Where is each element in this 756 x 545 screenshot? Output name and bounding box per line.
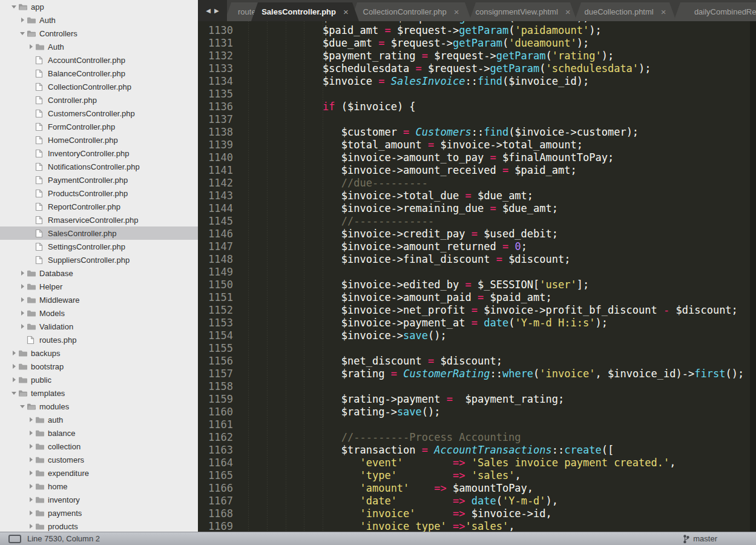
code-line-1158[interactable]: 1158 (198, 380, 756, 393)
code-line-1133[interactable]: 1133 $schedulesdata = $request->getParam… (198, 62, 756, 75)
code-line-1164[interactable]: 1164 'event' => 'Sales invoice payment c… (198, 457, 756, 469)
disclosure-collapsed-icon[interactable] (28, 44, 35, 50)
code-line-1138[interactable]: 1138 $customer = Customers::find($invoic… (198, 126, 756, 139)
sidebar-item-homecontroller-php[interactable]: HomeController.php (0, 133, 198, 147)
sidebar-item-bootstrap[interactable]: bootstrap (0, 360, 198, 373)
code-line-1153[interactable]: 1153 $invoice->payment_at = date('Y-m-d … (198, 317, 756, 329)
code-line-1146[interactable]: 1146 $invoice->credit_pay = $used_debit; (198, 228, 756, 240)
code-line-1162[interactable]: 1162 //---------Process Accounting (198, 431, 756, 444)
code-line-1168[interactable]: 1168 'invoice' => $invoice->id, (198, 507, 756, 520)
disclosure-collapsed-icon[interactable] (28, 430, 35, 436)
tab-collectioncontroller-php[interactable]: CollectionController.php× (350, 2, 472, 21)
code-line-1143[interactable]: 1143 $invoice->total_due = $due_amt; (198, 190, 756, 202)
sidebar-item-inventory[interactable]: inventory (0, 493, 198, 506)
code-line-1140[interactable]: 1140 $invoice->amount_to_pay = $finalAmo… (198, 151, 756, 164)
code-line-1144[interactable]: 1144 $invoice->remaining_due = $due_amt; (198, 202, 756, 215)
sidebar-item-inventorycontroller-php[interactable]: InventoryController.php (0, 147, 198, 160)
close-icon[interactable]: × (661, 2, 666, 21)
sidebar-item-customers[interactable]: customers (0, 453, 198, 466)
code-line-1139[interactable]: 1139 $total_amount = $invoice->total_amo… (198, 139, 756, 151)
sidebar-item-helper[interactable]: Helper (0, 280, 198, 293)
code-line-1145[interactable]: 1145 //------------- (198, 215, 756, 228)
code-line-1169[interactable]: 1169 'invoice_type' =>'sales', (198, 520, 756, 532)
sidebar-item-accountcontroller-php[interactable]: AccountController.php (0, 53, 198, 67)
sidebar-item-public[interactable]: public (0, 373, 198, 386)
sidebar-item-rmaservicecontroller-php[interactable]: RmaserviceController.php (0, 213, 198, 226)
code-line-1142[interactable]: 1142 //due--------- (198, 177, 756, 190)
sidebar-item-customerscontroller-php[interactable]: CustomersController.php (0, 107, 198, 120)
sidebar-item-middleware[interactable]: Middleware (0, 293, 198, 306)
disclosure-collapsed-icon[interactable] (28, 457, 35, 463)
disclosure-collapsed-icon[interactable] (28, 470, 35, 476)
code-line-1136[interactable]: 1136 if ($invoice) { (198, 101, 756, 113)
sidebar-item-controllers[interactable]: Controllers (0, 27, 198, 40)
disclosure-collapsed-icon[interactable] (19, 310, 27, 316)
close-icon[interactable]: × (343, 2, 349, 21)
sidebar-item-auth[interactable]: Auth (0, 40, 198, 53)
code-line-1149[interactable]: 1149 (198, 266, 756, 279)
code-line-1152[interactable]: 1152 $invoice->net_profit = $invoice->pr… (198, 304, 756, 317)
disclosure-collapsed-icon[interactable] (28, 483, 35, 489)
sidebar-item-products[interactable]: products (0, 520, 198, 532)
code-line-1155[interactable]: 1155 (198, 342, 756, 355)
code-line-1147[interactable]: 1147 $invoice->amount_returned = 0; (198, 240, 756, 253)
sidebar-item-templates[interactable]: templates (0, 386, 198, 400)
code-line-1132[interactable]: 1132 $payment_rating = $request->getPara… (198, 50, 756, 62)
tab-dailycombinedreport2[interactable]: dailyCombinedReport2 (674, 2, 756, 21)
disclosure-collapsed-icon[interactable] (19, 323, 27, 329)
code-line-1141[interactable]: 1141 $invoice->amount_received = $paid_a… (198, 164, 756, 177)
code-line-1150[interactable]: 1150 $invoice->edited_by = $_SESSION['us… (198, 279, 756, 291)
code-line-1159[interactable]: 1159 $rating->payment = $payment_rating; (198, 393, 756, 406)
code-editor[interactable]: 1129 $discount = $request->getParam('dis… (198, 21, 756, 532)
sidebar-item-controller-php[interactable]: Controller.php (0, 93, 198, 107)
disclosure-expanded-icon[interactable] (11, 4, 18, 10)
disclosure-collapsed-icon[interactable] (28, 443, 35, 449)
sidebar-item-models[interactable]: Models (0, 306, 198, 320)
disclosure-collapsed-icon[interactable] (28, 510, 35, 516)
tab-consignmentview-phtml[interactable]: consignmentView.phtml× (469, 2, 577, 21)
disclosure-expanded-icon[interactable] (19, 30, 27, 36)
sidebar-item-home[interactable]: home (0, 480, 198, 493)
sidebar-item-auth[interactable]: Auth (0, 13, 198, 27)
code-line-1131[interactable]: 1131 $due_amt = $request->getParam('duea… (198, 37, 756, 50)
code-line-1165[interactable]: 1165 'type' => 'sales', (198, 469, 756, 482)
sidebar-item-validation[interactable]: Validation (0, 320, 198, 333)
sidebar-item-expenditure[interactable]: expenditure (0, 466, 198, 480)
sidebar-item-formcontroller-php[interactable]: FormController.php (0, 120, 198, 133)
sidebar-item-notificationscontroller-php[interactable]: NotificationsController.php (0, 160, 198, 173)
disclosure-collapsed-icon[interactable] (11, 363, 18, 369)
close-icon[interactable]: × (454, 2, 459, 21)
sidebar-item-salescontroller-php[interactable]: SalesController.php (0, 226, 198, 240)
sidebar-item-payments[interactable]: payments (0, 506, 198, 520)
sidebar-item-settingscontroller-php[interactable]: SettingsController.php (0, 240, 198, 253)
disclosure-collapsed-icon[interactable] (28, 523, 35, 529)
code-line-1161[interactable]: 1161 (198, 418, 756, 431)
code-line-1157[interactable]: 1157 $rating = CustomerRating::where('in… (198, 368, 756, 380)
disclosure-collapsed-icon[interactable] (19, 283, 27, 289)
disclosure-collapsed-icon[interactable] (19, 17, 27, 23)
sidebar-item-routes-php[interactable]: routes.php (0, 333, 198, 346)
sidebar-item-collection[interactable]: collection (0, 440, 198, 453)
code-line-1156[interactable]: 1156 $net_discount = $discount; (198, 355, 756, 368)
code-line-1151[interactable]: 1151 $invoice->amount_paid = $paid_amt; (198, 291, 756, 304)
code-line-1166[interactable]: 1166 'amount' => $amountToPay, (198, 482, 756, 495)
code-line-1130[interactable]: 1130 $paid_amt = $request->getParam('pai… (198, 24, 756, 37)
tab-scroll-left-icon[interactable]: ◀ (206, 7, 211, 14)
sidebar-item-auth[interactable]: auth (0, 413, 198, 426)
tab-salescontroller-php[interactable]: SalesController.php× (251, 2, 359, 21)
code-line-1134[interactable]: 1134 $invoice = SalesInvoice::find($invo… (198, 75, 756, 88)
code-line-1137[interactable]: 1137 (198, 113, 756, 126)
vertical-scrollbar[interactable] (750, 21, 756, 532)
disclosure-collapsed-icon[interactable] (28, 417, 35, 423)
code-line-1163[interactable]: 1163 $transaction = AccountTransactions:… (198, 444, 756, 457)
code-line-1160[interactable]: 1160 $rating->save(); (198, 406, 756, 418)
disclosure-collapsed-icon[interactable] (11, 350, 18, 356)
sidebar-item-modules[interactable]: modules (0, 400, 198, 413)
sidebar-item-balance[interactable]: balance (0, 426, 198, 440)
disclosure-expanded-icon[interactable] (19, 403, 27, 409)
code-line-1135[interactable]: 1135 (198, 88, 756, 101)
disclosure-collapsed-icon[interactable] (11, 377, 18, 383)
sidebar-item-paymentcontroller-php[interactable]: PaymentController.php (0, 173, 198, 187)
sidebar-item-backups[interactable]: backups (0, 346, 198, 360)
disclosure-collapsed-icon[interactable] (19, 297, 27, 303)
